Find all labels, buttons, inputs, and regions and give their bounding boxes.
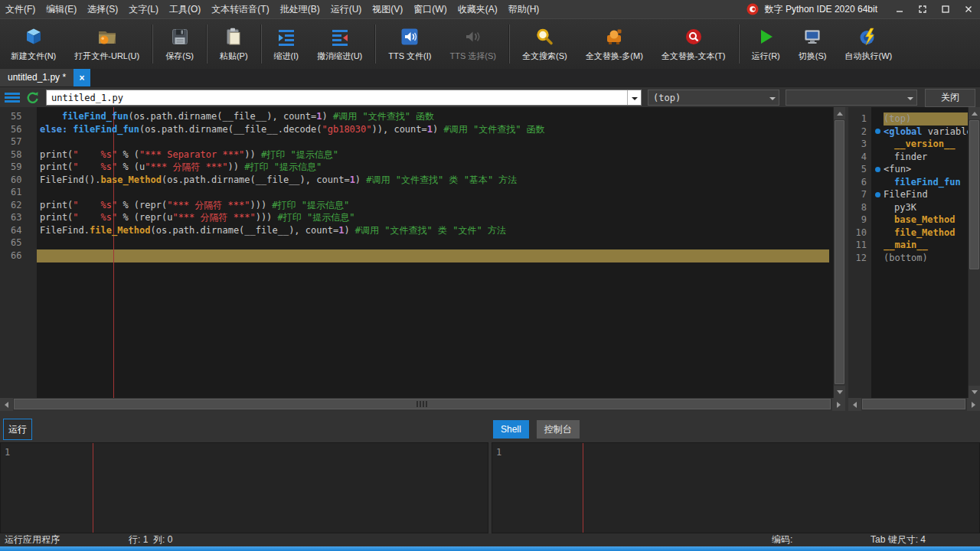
code-line[interactable]: 64FileFind.file_Method(os.path.dirname(_… xyxy=(0,224,833,237)
editor-horizontal-scrollbar[interactable] xyxy=(0,398,845,411)
paste-button[interactable]: 粘贴(P) xyxy=(211,19,257,69)
titlebar-right: 数字 Python IDE 2020 64bit xyxy=(746,0,980,18)
panel-horizontal-scrollbar[interactable] xyxy=(848,398,980,411)
tab-控制台[interactable]: 控制台 xyxy=(537,420,580,439)
structure-item[interactable]: 4finder xyxy=(848,151,968,164)
auto-run-button[interactable]: 自动执行(W) xyxy=(835,19,901,69)
close-button[interactable] xyxy=(957,0,980,18)
tts-file-icon xyxy=(400,27,420,47)
structure-item[interactable]: 6fileFind_fun xyxy=(848,176,968,189)
structure-item[interactable]: 5<fun> xyxy=(848,163,968,176)
code-line[interactable]: 57 xyxy=(0,135,833,148)
run-icon xyxy=(756,27,776,47)
code-line[interactable]: 58print(" %s" % ("*** Separator ***")) #… xyxy=(0,148,833,161)
context-combobox[interactable]: (top) xyxy=(648,90,779,106)
extra-combobox[interactable] xyxy=(786,90,917,106)
unindent-button[interactable]: 撤消缩进(U) xyxy=(308,19,371,69)
code-line[interactable]: 63print(" %s" % (repr(u"*** 分隔符 ***"))) … xyxy=(0,211,833,224)
shell-output-pane[interactable]: 1 xyxy=(0,442,488,533)
menu-item[interactable]: 收藏夹(A) xyxy=(452,0,503,18)
code-line[interactable]: 59print(" %s" % (u"*** 分隔符 ***")) #打印 "提… xyxy=(0,161,833,174)
scroll-left-icon[interactable] xyxy=(0,398,13,411)
code-line[interactable]: 62print(" %s" % (repr("*** 分隔符 ***"))) #… xyxy=(0,199,833,212)
menu-item[interactable]: 工具(O) xyxy=(164,0,206,18)
structure-item[interactable]: 8py3K xyxy=(848,201,968,214)
panel-vertical-scrollbar[interactable] xyxy=(968,107,980,398)
code-line[interactable]: 60FileFind().base_Method(os.path.dirname… xyxy=(0,174,833,187)
chevron-down-icon[interactable] xyxy=(766,90,779,105)
menu-item[interactable]: 批处理(B) xyxy=(275,0,325,18)
toolbar-label: 运行(R) xyxy=(752,51,780,62)
open-file-button[interactable]: 打开文件-URL(U) xyxy=(65,19,149,69)
editor-menu-icon[interactable] xyxy=(5,93,20,103)
structure-panel[interactable]: 1(top)2<global variable>3__version__4fin… xyxy=(848,107,968,398)
scroll-right-icon[interactable] xyxy=(832,398,845,411)
switch-button[interactable]: 切换(S) xyxy=(789,19,836,69)
file-combobox[interactable]: untitled_1.py xyxy=(46,90,642,106)
line-number: 61 xyxy=(0,186,37,199)
replace-multi-button[interactable]: 全文替换-多(M) xyxy=(577,19,652,69)
scroll-down-icon[interactable] xyxy=(969,386,980,398)
structure-item[interactable]: 2<global variable> xyxy=(848,126,968,139)
minimize-button[interactable] xyxy=(888,0,911,18)
chevron-down-icon[interactable] xyxy=(903,90,916,105)
structure-item[interactable]: 9base_Method xyxy=(848,214,968,227)
chevron-down-icon[interactable] xyxy=(627,90,641,105)
toolbar-label: 撤消缩进(U) xyxy=(317,51,362,62)
scrollbar-thumb[interactable] xyxy=(14,399,831,409)
tts-file-button[interactable]: TTS 文件(I) xyxy=(379,19,440,69)
menu-item[interactable]: 运行(U) xyxy=(325,0,368,18)
run-button[interactable]: 运行(R) xyxy=(743,19,789,69)
scroll-left-icon[interactable] xyxy=(848,398,861,411)
code-line[interactable]: 56else: fileFind_fun(os.path.dirname(__f… xyxy=(0,123,833,136)
save-button[interactable]: 保存(S) xyxy=(156,19,203,69)
code-line[interactable]: 66 xyxy=(0,249,833,262)
tab-untitled-1[interactable]: untitled_1.py * xyxy=(0,69,74,86)
tab-close-icon[interactable]: × xyxy=(74,69,90,86)
refresh-icon[interactable] xyxy=(26,91,40,105)
menu-item[interactable]: 文字(L) xyxy=(123,0,164,18)
editor-vertical-scrollbar[interactable] xyxy=(833,107,845,398)
structure-item[interactable]: 10file_Method xyxy=(848,227,968,240)
scroll-right-icon[interactable] xyxy=(967,398,980,411)
menu-item[interactable]: 窗口(W) xyxy=(408,0,452,18)
structure-item-label: __main__ xyxy=(884,239,968,252)
scrollbar-thumb[interactable] xyxy=(862,399,965,409)
scrollbar-thumb[interactable] xyxy=(969,120,979,269)
code-text: print(" %s" % (u"*** 分隔符 ***")) #打印 "提示信… xyxy=(40,161,833,174)
fold-dot-icon xyxy=(871,163,884,176)
structure-item[interactable]: 3__version__ xyxy=(848,138,968,151)
indent-button[interactable]: 缩进(I) xyxy=(265,19,308,69)
close-view-button[interactable]: 关闭 xyxy=(925,89,975,107)
tab-shell[interactable]: Shell xyxy=(493,420,529,439)
code-line[interactable]: 55 fileFind_fun(os.path.dirname(__file__… xyxy=(0,110,833,123)
structure-item[interactable]: 11__main__ xyxy=(848,239,968,252)
menu-item[interactable]: 编辑(E) xyxy=(41,0,82,18)
toolbar-label: 打开文件-URL(U) xyxy=(74,51,139,62)
toolbar-label: 自动执行(W) xyxy=(844,51,892,62)
replace-text-button[interactable]: 全文替换-文本(T) xyxy=(652,19,735,69)
maximize-button[interactable] xyxy=(934,0,957,18)
code-line[interactable]: 61 xyxy=(0,186,833,199)
structure-item[interactable]: 12(bottom) xyxy=(848,252,968,265)
menu-item[interactable]: 帮助(H) xyxy=(503,0,545,18)
editor-surface[interactable]: 55 fileFind_fun(os.path.dirname(__file__… xyxy=(0,107,833,398)
menu-item[interactable]: 选择(S) xyxy=(82,0,123,18)
code-line[interactable]: 65 xyxy=(0,236,833,249)
toolbar-label: 新建文件(N) xyxy=(11,51,56,62)
structure-item[interactable]: 7FileFind xyxy=(848,188,968,201)
menu-item[interactable]: 文件(F) xyxy=(0,0,41,18)
new-file-button[interactable]: 新建文件(N) xyxy=(2,19,65,69)
search-button[interactable]: 全文搜索(S) xyxy=(513,19,577,69)
scroll-down-icon[interactable] xyxy=(834,386,846,398)
toolbar-label: 全文替换-文本(T) xyxy=(662,51,726,62)
fullscreen-button[interactable] xyxy=(911,0,934,18)
menu-item[interactable]: 视图(V) xyxy=(367,0,408,18)
scroll-up-icon[interactable] xyxy=(834,107,846,119)
scrollbar-thumb[interactable] xyxy=(835,120,844,384)
console-output-pane[interactable]: 1 xyxy=(492,442,980,533)
run-panel-button[interactable]: 运行 xyxy=(3,419,32,440)
scroll-up-icon[interactable] xyxy=(969,107,980,119)
menu-item[interactable]: 文本转语音(T) xyxy=(206,0,274,18)
structure-item[interactable]: 1(top) xyxy=(848,112,968,126)
